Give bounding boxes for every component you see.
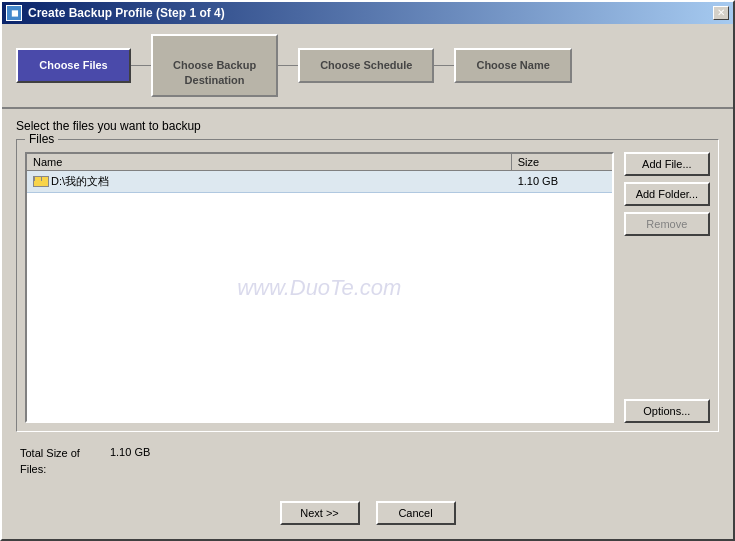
close-button[interactable]: ✕: [713, 6, 729, 20]
main-content: Select the files you want to backup File…: [2, 109, 733, 491]
title-buttons: ✕: [713, 6, 729, 20]
step-choose-backup-destination: Choose Backup Destination: [151, 34, 278, 97]
window-title: Create Backup Profile (Step 1 of 4): [28, 6, 225, 20]
file-list-container: Name Size D:\我的文档 1.10 GB www.DuoTe.com: [25, 152, 614, 423]
file-name-cell: D:\我的文档: [27, 171, 512, 192]
watermark: www.DuoTe.com: [237, 275, 401, 301]
add-folder-button[interactable]: Add Folder...: [624, 182, 710, 206]
section-description: Select the files you want to backup: [16, 119, 719, 133]
file-list-header: Name Size: [27, 154, 612, 171]
total-size-label: Total Size of Files:: [20, 446, 80, 477]
table-row[interactable]: D:\我的文档 1.10 GB: [27, 171, 612, 193]
app-icon: ◼: [6, 5, 22, 21]
footer: Next >> Cancel: [2, 491, 733, 539]
cancel-button[interactable]: Cancel: [376, 501, 456, 525]
bottom-status: Total Size of Files: 1.10 GB: [16, 440, 719, 481]
files-layout: Name Size D:\我的文档 1.10 GB www.DuoTe.com: [25, 152, 710, 423]
total-size-value: 1.10 GB: [110, 446, 150, 458]
step-choose-schedule: Choose Schedule: [298, 48, 434, 82]
files-group: Files Name Size D:\我的文档 1.10 GB: [16, 139, 719, 432]
col-header-size: Size: [512, 154, 612, 170]
step-arrow-1: [131, 65, 151, 66]
step-button-choose-files[interactable]: Choose Files: [16, 48, 131, 82]
options-button[interactable]: Options...: [624, 399, 710, 423]
step-button-choose-schedule[interactable]: Choose Schedule: [298, 48, 434, 82]
window: ◼ Create Backup Profile (Step 1 of 4) ✕ …: [0, 0, 735, 541]
add-file-button[interactable]: Add File...: [624, 152, 710, 176]
step-button-choose-backup-destination[interactable]: Choose Backup Destination: [151, 34, 278, 97]
step-choose-files: Choose Files: [16, 48, 131, 82]
step-arrow-3: [434, 65, 454, 66]
title-bar: ◼ Create Backup Profile (Step 1 of 4) ✕: [2, 2, 733, 24]
step-arrow-2: [278, 65, 298, 66]
step-choose-name: Choose Name: [454, 48, 571, 82]
next-button[interactable]: Next >>: [280, 501, 360, 525]
file-size-cell: 1.10 GB: [512, 172, 612, 190]
folder-icon: [33, 176, 47, 187]
button-spacer: [624, 242, 710, 393]
step-button-choose-name[interactable]: Choose Name: [454, 48, 571, 82]
col-header-name: Name: [27, 154, 512, 170]
steps-bar: Choose Files Choose Backup Destination C…: [2, 24, 733, 109]
remove-button[interactable]: Remove: [624, 212, 710, 236]
files-group-legend: Files: [25, 132, 58, 146]
file-buttons: Add File... Add Folder... Remove Options…: [624, 152, 710, 423]
